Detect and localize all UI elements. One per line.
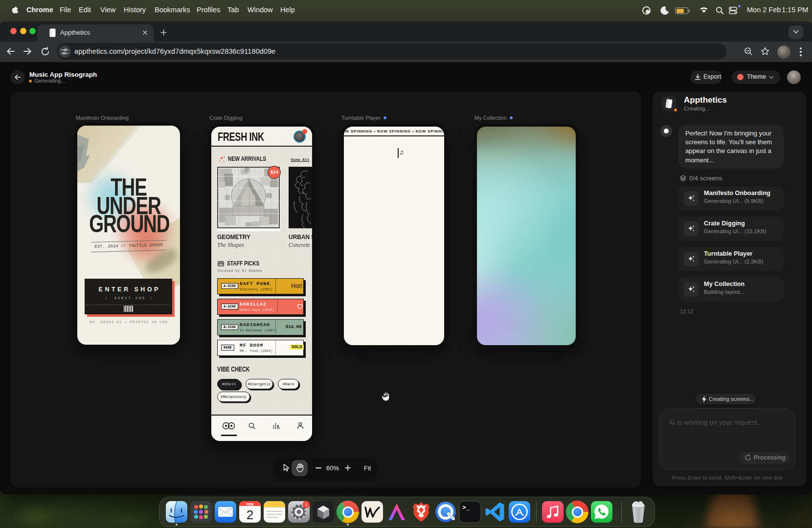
svg-text:1: 1 [305,502,308,507]
svg-text:2: 2 [247,507,253,522]
svg-text:FEB: FEB [247,502,254,506]
svg-text:>_: >_ [462,504,470,511]
